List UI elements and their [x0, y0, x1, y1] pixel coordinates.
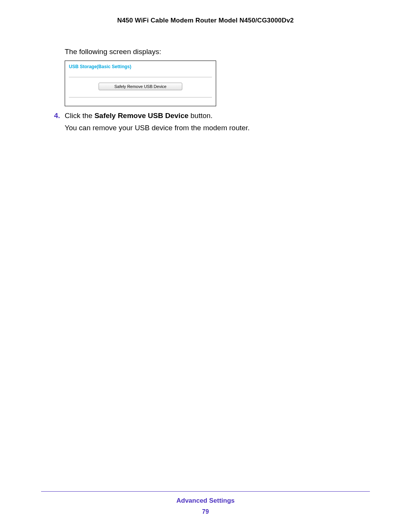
screenshot-panel-title: USB Storage(Basic Settings): [69, 64, 212, 69]
footer-section-title: Advanced Settings: [41, 497, 370, 505]
footer-divider: [41, 491, 370, 492]
step-bold: Safely Remove USB Device: [94, 112, 188, 120]
intro-text: The following screen displays:: [65, 47, 370, 57]
step-text: Click the Safely Remove USB Device butto…: [65, 112, 213, 120]
step-prefix: Click the: [65, 112, 94, 120]
footer-page-number: 79: [41, 508, 370, 515]
document-header: N450 WiFi Cable Modem Router Model N450/…: [41, 15, 370, 47]
step-number: 4.: [54, 112, 65, 120]
followup-text: You can remove your USB device from the …: [65, 124, 370, 132]
divider: [69, 77, 212, 77]
page-footer: Advanced Settings 79: [41, 491, 370, 515]
step-suffix: button.: [188, 112, 212, 120]
instruction-step: 4. Click the Safely Remove USB Device bu…: [54, 112, 370, 120]
divider: [69, 97, 212, 97]
safely-remove-usb-button[interactable]: Safely Remove USB Device: [99, 83, 182, 90]
embedded-screenshot: USB Storage(Basic Settings) Safely Remov…: [65, 61, 216, 106]
